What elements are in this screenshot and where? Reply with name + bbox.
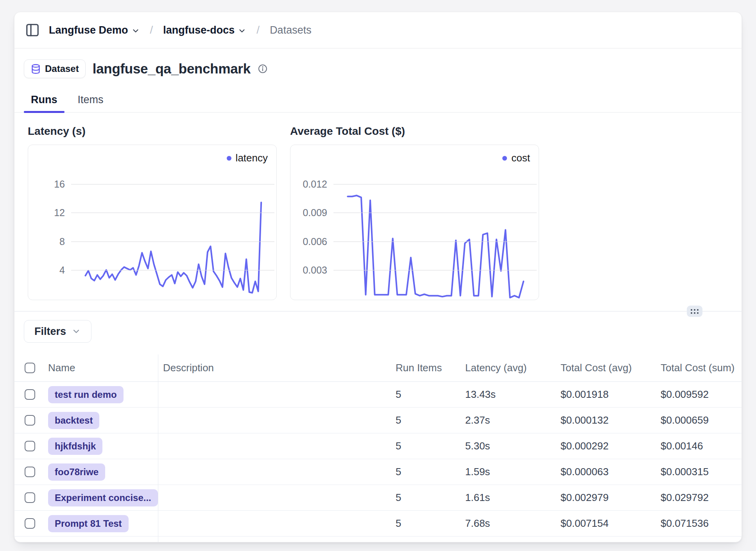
select-all-checkbox[interactable]: [25, 363, 35, 373]
breadcrumb-separator: /: [148, 24, 156, 36]
legend-label: cost: [511, 152, 530, 164]
run-name-pill[interactable]: Experiment concise...: [48, 489, 158, 506]
run-items-cell: 5: [391, 440, 460, 452]
y-axis-tick-label: 0.003: [303, 264, 327, 276]
run-name-pill[interactable]: test run demo: [48, 386, 124, 403]
panel-resize-handle[interactable]: [687, 306, 702, 317]
breadcrumb-project-label: langfuse-docs: [163, 24, 235, 36]
run-name-pill[interactable]: Prompt 81 Test: [48, 515, 129, 532]
row-checkbox[interactable]: [25, 415, 35, 426]
row-checkbox-cell: [14, 492, 43, 503]
table-row-partial: [14, 537, 742, 542]
row-checkbox[interactable]: [25, 518, 35, 529]
row-checkbox[interactable]: [25, 389, 35, 400]
latency-avg-cell: 5.30s: [460, 440, 556, 452]
run-name-cell: Experiment concise...: [43, 485, 158, 510]
chevron-down-icon: [72, 327, 81, 336]
column-header-description: Description: [158, 362, 391, 374]
run-items-cell: 5: [391, 388, 460, 401]
total-cost-sum-cell: $0.000315: [656, 466, 742, 478]
latency-avg-cell: 2.37s: [460, 414, 556, 426]
run-name-cell: foo78riwe: [43, 459, 158, 485]
sidebar-toggle-button[interactable]: [24, 21, 41, 39]
latency-chart-card: latency 481216: [28, 145, 277, 300]
run-name-cell: backtest: [43, 408, 158, 433]
gridline: [333, 270, 537, 270]
latency-line: [85, 202, 261, 293]
tab-items[interactable]: Items: [71, 91, 111, 112]
cost-line-chart: [333, 184, 451, 243]
page-title: langfuse_qa_benchmark: [93, 61, 251, 77]
table-row[interactable]: foo78riwe 5 1.59s $0.000063 $0.000315: [14, 459, 742, 485]
legend-dot-icon: [227, 156, 231, 161]
gridline: [333, 242, 537, 242]
run-items-cell: 5: [391, 492, 460, 504]
y-axis-tick-label: 0.006: [303, 236, 327, 247]
table-body: test run demo 5 13.43s $0.001918 $0.0095…: [14, 382, 742, 537]
panel-left-icon: [25, 23, 40, 38]
total-cost-sum-cell: $0.000659: [656, 414, 742, 426]
run-items-cell: 5: [391, 517, 460, 530]
filters-row: Filters: [14, 311, 742, 343]
run-name-cell: Prompt 81 Test: [43, 511, 158, 536]
cost-chart-title: Average Total Cost ($): [290, 125, 539, 138]
row-checkbox[interactable]: [25, 441, 35, 451]
page-background: Langfuse Demo / langfuse-docs / Datasets…: [0, 0, 756, 551]
breadcrumb-org-dropdown[interactable]: Langfuse Demo: [49, 24, 140, 36]
row-checkbox[interactable]: [25, 492, 35, 503]
charts-section: Latency (s) latency 481216 Average Total: [14, 113, 742, 300]
table-row[interactable]: backtest 5 2.37s $0.000132 $0.000659: [14, 408, 742, 433]
y-axis-tick-label: 16: [54, 179, 65, 190]
total-cost-avg-cell: $0.001918: [556, 388, 656, 401]
run-name-pill[interactable]: backtest: [48, 412, 99, 429]
table-row[interactable]: Prompt 81 Test 5 7.68s $0.007154 $0.0715…: [14, 511, 742, 537]
latency-avg-cell: 1.59s: [460, 466, 556, 478]
gridline: [71, 242, 274, 242]
column-header-name: Name: [43, 354, 158, 381]
breadcrumb-section-label[interactable]: Datasets: [270, 24, 312, 36]
y-axis-tick-label: 4: [59, 264, 65, 276]
row-checkbox-cell: [14, 415, 43, 426]
dataset-type-badge: Dataset: [24, 59, 86, 78]
select-all-cell: [14, 363, 43, 373]
row-checkbox-cell: [14, 518, 43, 529]
gridline: [71, 270, 274, 270]
tab-runs[interactable]: Runs: [24, 91, 64, 112]
cost-line: [348, 195, 523, 297]
y-axis-tick-label: 0.012: [303, 179, 327, 190]
filters-button[interactable]: Filters: [24, 320, 91, 343]
table-row[interactable]: test run demo 5 13.43s $0.001918 $0.0095…: [14, 382, 742, 408]
row-checkbox-cell: [14, 441, 43, 451]
y-axis-tick-label: 0.009: [303, 207, 327, 218]
table-row[interactable]: Experiment concise... 5 1.61s $0.002979 …: [14, 485, 742, 511]
row-checkbox-cell: [14, 389, 43, 400]
row-checkbox[interactable]: [25, 467, 35, 477]
latency-legend: latency: [227, 152, 268, 164]
table-header-row: Name Description Run Items Latency (avg)…: [14, 354, 742, 382]
run-items-cell: 5: [391, 414, 460, 426]
cost-plot-area: [333, 184, 537, 299]
run-name-pill[interactable]: hjkfdshjk: [48, 438, 102, 455]
breadcrumb-project-dropdown[interactable]: langfuse-docs: [163, 24, 246, 36]
total-cost-sum-cell: $0.00146: [656, 440, 742, 452]
table-row[interactable]: hjkfdshjk 5 5.30s $0.000292 $0.00146: [14, 433, 742, 459]
column-header-run-items: Run Items: [391, 362, 460, 374]
latency-avg-cell: 1.61s: [460, 492, 556, 504]
top-bar: Langfuse Demo / langfuse-docs / Datasets: [14, 12, 742, 48]
latency-chart-title: Latency (s): [28, 125, 277, 138]
cost-chart-block: Average Total Cost ($) cost 0.0030.0060.…: [290, 125, 539, 300]
chevron-down-icon: [131, 27, 140, 35]
tab-bar: Runs Items: [14, 91, 742, 113]
y-axis-tick-label: 8: [59, 236, 65, 247]
info-icon[interactable]: [258, 64, 268, 74]
filters-button-label: Filters: [34, 326, 66, 338]
column-header-total-cost-sum: Total Cost (sum): [656, 362, 742, 374]
gridline: [333, 184, 537, 184]
gridline: [71, 213, 274, 213]
latency-plot-area: [71, 184, 274, 299]
run-name-cell: hjkfdshjk: [43, 433, 158, 459]
gridline: [333, 213, 537, 213]
run-name-pill[interactable]: foo78riwe: [48, 463, 105, 481]
latency-chart-block: Latency (s) latency 481216: [28, 125, 277, 300]
total-cost-avg-cell: $0.000063: [556, 466, 656, 478]
